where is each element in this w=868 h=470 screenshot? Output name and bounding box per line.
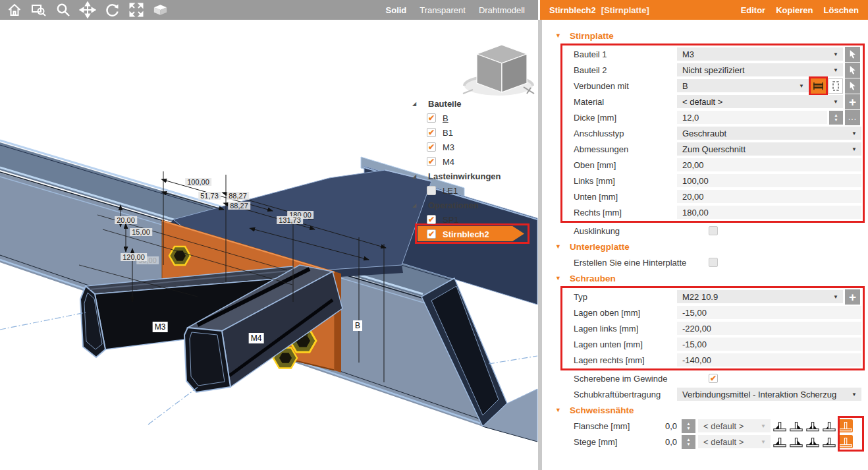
section-collapse-icon[interactable]: ▼ bbox=[555, 243, 570, 250]
tree-item-label[interactable]: B1 bbox=[443, 128, 453, 138]
checkbox-ausklinkung[interactable] bbox=[709, 226, 718, 235]
weld-type-fillet-left-icon[interactable] bbox=[773, 419, 787, 432]
tree-item-b1[interactable]: ✔B1 bbox=[406, 125, 537, 140]
input-lagen-oben-mm[interactable]: -15,00 bbox=[677, 306, 861, 319]
weld-type-fillet-partial-icon[interactable] bbox=[822, 419, 836, 432]
tree-item-label[interactable]: M4 bbox=[443, 157, 454, 167]
weld-type-fillet-partial-icon[interactable] bbox=[822, 435, 836, 448]
zoom-window-icon[interactable] bbox=[30, 1, 47, 18]
weld-value[interactable]: 0,0 bbox=[661, 437, 677, 447]
section-header-schrauben[interactable]: ▼Schrauben bbox=[542, 270, 868, 286]
section-header-stirnplatte[interactable]: ▼Stirnplatte bbox=[542, 28, 868, 44]
weld-default-dropdown[interactable]: < default >▼ bbox=[698, 419, 771, 432]
property-row-bauteil-1: Bauteil 1M3▼ bbox=[562, 46, 863, 62]
fit-icon[interactable] bbox=[127, 1, 145, 18]
input-oben-mm[interactable]: 20,00 bbox=[677, 158, 861, 171]
value-spinner[interactable]: ▲▼ bbox=[682, 435, 695, 449]
tree-item-checkbox[interactable]: ✔ bbox=[427, 113, 436, 123]
checkbox-scherebene-im-gewinde[interactable]: ✔ bbox=[709, 374, 718, 383]
tree-item-label[interactable]: Stirnblech2 bbox=[443, 229, 489, 239]
view-mode-drahtmodell[interactable]: Drahtmodell bbox=[479, 5, 525, 15]
dropdown-verbunden-mit[interactable]: B▼ bbox=[677, 79, 809, 92]
chevron-down-icon: ▼ bbox=[761, 439, 766, 445]
section-header-schweissn-hte[interactable]: ▼Schweissnähte bbox=[542, 402, 868, 418]
tree-item-label[interactable]: M3 bbox=[443, 142, 454, 152]
add-item-button[interactable]: + bbox=[845, 94, 860, 109]
value-spinner[interactable]: ▲▼ bbox=[682, 419, 695, 433]
tree-group-lasteinwirkungen[interactable]: ◢Lasteinwirkungen bbox=[406, 169, 537, 183]
dropdown-typ[interactable]: M22 10.9▼ bbox=[677, 290, 843, 303]
property-row-links-mm: Links [mm]100,00 bbox=[562, 173, 863, 189]
panel-action-l-schen[interactable]: Löschen bbox=[824, 5, 859, 15]
zoom-icon[interactable] bbox=[54, 1, 72, 18]
rotate-icon[interactable] bbox=[103, 1, 121, 18]
add-item-button[interactable]: + bbox=[845, 289, 860, 305]
tree-item-checkbox[interactable]: ✔ bbox=[427, 142, 436, 152]
weld-type-fillet-right-icon[interactable] bbox=[789, 419, 803, 432]
tree-item-label[interactable]: B bbox=[443, 113, 448, 123]
tree-item-b[interactable]: ✔B bbox=[406, 111, 537, 125]
weld-type-fillet-right-icon[interactable] bbox=[789, 435, 803, 448]
pan-icon[interactable] bbox=[78, 1, 96, 18]
tree-group-operationen[interactable]: ◢Operationen bbox=[406, 198, 537, 212]
cursor-pick-button[interactable] bbox=[845, 63, 860, 78]
tree-item-checkbox[interactable]: ✔ bbox=[427, 215, 436, 224]
tree-item-m4[interactable]: ✔M4 bbox=[406, 154, 537, 169]
weld-type-fillet-left-icon[interactable] bbox=[773, 435, 787, 448]
panel-action-editor[interactable]: Editor bbox=[741, 5, 766, 15]
tree-item-checkbox[interactable]: ✔ bbox=[427, 229, 436, 239]
section-outline-button[interactable] bbox=[828, 78, 843, 94]
checkbox-erstellen-sie-eine-hinterplatte[interactable] bbox=[709, 258, 718, 267]
view-mode-solid[interactable]: Solid bbox=[386, 5, 407, 15]
tree-group-bauteile[interactable]: ◢Bauteile bbox=[406, 96, 537, 111]
section-title: Unterlegplatte bbox=[570, 242, 630, 252]
dropdown-bauteil-1[interactable]: M3▼ bbox=[677, 47, 843, 61]
section-collapse-icon[interactable]: ▼ bbox=[555, 275, 570, 281]
tree-item-label[interactable]: SP1 bbox=[443, 215, 459, 225]
tree-item-checkbox[interactable] bbox=[427, 186, 436, 195]
tree-item-label[interactable]: LE1 bbox=[443, 186, 458, 196]
3d-viewport[interactable]: 100,0051,7388,2788,27180,00131,7320,0015… bbox=[0, 20, 538, 470]
cursor-pick-button[interactable] bbox=[845, 47, 860, 62]
weld-type-fillet-both-icon[interactable] bbox=[805, 435, 820, 448]
section-collapse-icon[interactable]: ▼ bbox=[555, 407, 570, 413]
weld-type-butt-icon[interactable] bbox=[838, 419, 853, 432]
weld-default-dropdown[interactable]: < default >▼ bbox=[698, 435, 771, 448]
tree-item-checkbox[interactable]: ✔ bbox=[427, 157, 436, 166]
home-icon[interactable] bbox=[5, 1, 23, 18]
weld-value[interactable]: 0,0 bbox=[661, 421, 677, 431]
tree-expander-icon[interactable]: ◢ bbox=[412, 101, 420, 107]
dropdown-anschlusstyp[interactable]: Geschraubt▼ bbox=[677, 127, 861, 140]
tree-item-checkbox[interactable]: ✔ bbox=[427, 128, 436, 137]
dropdown-bauteil-2[interactable]: Nicht spezifiziert▼ bbox=[677, 63, 843, 76]
input-lagen-links-mm[interactable]: -220,00 bbox=[677, 322, 861, 335]
input-rechts-mm[interactable]: 180,00 bbox=[677, 206, 861, 219]
dropdown-abmessungen[interactable]: Zum Querschnitt▼ bbox=[677, 142, 861, 156]
dropdown-schubkraft-bertragung[interactable]: Verbindungsmittel - Interaktion Scherzug… bbox=[677, 388, 861, 401]
input-dicke-mm[interactable]: 12,0 bbox=[677, 111, 827, 124]
section-header-unterlegplatte[interactable]: ▼Unterlegplatte bbox=[542, 239, 868, 254]
connected-plate-button[interactable] bbox=[811, 78, 826, 94]
tree-expander-icon[interactable]: ◢ bbox=[412, 202, 420, 208]
view-cube[interactable] bbox=[463, 45, 534, 96]
tree-item-m3[interactable]: ✔M3 bbox=[406, 140, 537, 154]
solid-view-icon[interactable] bbox=[151, 1, 169, 18]
tree-item-stirnblech2[interactable]: ✔Stirnblech2 bbox=[406, 227, 537, 241]
section-title: Schweissnähte bbox=[570, 405, 634, 415]
dropdown-material[interactable]: < default >▼ bbox=[677, 95, 843, 108]
tree-expander-icon[interactable]: ◢ bbox=[412, 173, 420, 179]
tree-item-le1[interactable]: LE1 bbox=[406, 183, 537, 198]
property-label: Bauteil 1 bbox=[574, 49, 677, 59]
input-lagen-unten-mm[interactable]: -15,00 bbox=[677, 338, 861, 351]
input-links-mm[interactable]: 100,00 bbox=[677, 174, 861, 187]
weld-type-fillet-both-icon[interactable] bbox=[805, 419, 820, 432]
weld-type-butt-icon[interactable] bbox=[838, 435, 853, 448]
section-collapse-icon[interactable]: ▼ bbox=[555, 32, 570, 39]
value-spinner[interactable]: ▲▼ bbox=[829, 111, 843, 125]
view-mode-transparent[interactable]: Transparent bbox=[420, 5, 466, 15]
input-unten-mm[interactable]: 20,00 bbox=[677, 190, 861, 203]
more-options-button[interactable]: ... bbox=[845, 110, 860, 125]
input-lagen-rechts-mm[interactable]: -140,00 bbox=[677, 353, 861, 367]
panel-action-kopieren[interactable]: Kopieren bbox=[776, 5, 813, 15]
cursor-pick-button[interactable] bbox=[845, 78, 860, 94]
